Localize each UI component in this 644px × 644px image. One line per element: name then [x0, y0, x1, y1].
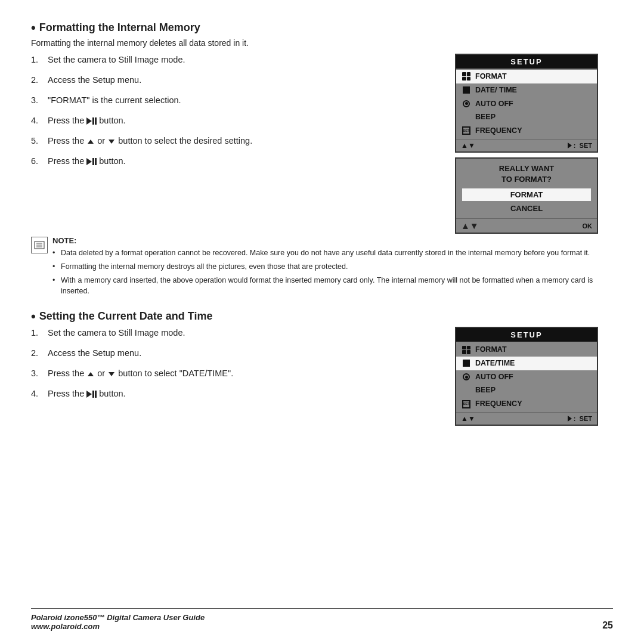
set-tri-icon-2	[568, 416, 572, 422]
confirm-format-option[interactable]: FORMAT	[462, 188, 591, 201]
note-icon	[31, 237, 48, 253]
up-arrow-icon-1	[88, 140, 94, 144]
lcd-footer-2: ▲▼ : SET	[456, 412, 597, 425]
note-bullets: Data deleted by a format operation canno…	[52, 247, 613, 297]
down-arrow-icon-2	[109, 372, 114, 376]
note-bullet-1: Data deleted by a format operation canno…	[52, 247, 613, 259]
note-label: NOTE:	[52, 236, 613, 245]
footer-page-num: 25	[602, 620, 613, 631]
confirm-panel: REALLY WANT TO FORMAT? FORMAT CANCEL ▲▼ …	[455, 157, 598, 234]
lcd-row-beep-1[interactable]: BEEP	[456, 110, 597, 124]
step-1-6: 6. Press the button.	[31, 155, 449, 168]
setup-icon: SET	[462, 126, 470, 135]
section-datetime: • Setting the Current Date and Time 1. S…	[31, 310, 613, 426]
av-icon-2: ▲▼	[461, 414, 475, 423]
grid-icon-2	[462, 346, 470, 354]
step-2-4: 4. Press the button.	[31, 388, 449, 400]
step-1-5: 5. Press the or button to select the des…	[31, 135, 449, 147]
setup-icon-2: SET	[462, 400, 470, 408]
set-label-1: : SET	[568, 142, 592, 149]
confirm-footer: ▲▼ OK	[456, 218, 597, 233]
section1-heading: • Formatting the Internal Memory	[31, 21, 613, 35]
note-content: NOTE: Data deleted by a format operation…	[52, 236, 613, 299]
set-tri-icon-1	[568, 143, 572, 148]
lcd-panel-2: SETUP FORMAT	[455, 327, 598, 426]
step-1-3: 3. "FORMAT" is the current selection.	[31, 94, 449, 107]
up-arrow-icon-2	[88, 372, 94, 376]
lcd-header-1: SETUP	[456, 55, 597, 69]
lcd-row-format-2[interactable]: FORMAT	[456, 343, 597, 357]
confirm-body: REALLY WANT TO FORMAT? FORMAT CANCEL	[456, 159, 597, 218]
page: • Formatting the Internal Memory Formatt…	[0, 0, 644, 644]
step-1-1: 1. Set the camera to Still Image mode.	[31, 54, 449, 66]
lcd-footer-1: ▲▼ : SET	[456, 139, 597, 151]
lcd-row-autooff-1[interactable]: AUTO OFF	[456, 97, 597, 111]
page-footer: Polaroid izone550™ Digital Camera User G…	[31, 608, 613, 631]
lcd-body-1: FORMAT DATE/ TIME	[456, 69, 597, 139]
circle-icon-2	[463, 373, 470, 380]
lcd-panels-col: SETUP FORMAT	[455, 54, 613, 234]
section1-intro: Formatting the internal memory deletes a…	[31, 38, 613, 48]
note-bullet-2: Formatting the internal memory destroys …	[52, 261, 613, 273]
circle-icon	[463, 100, 470, 107]
note-lines-icon	[34, 241, 45, 249]
lcd-row-datetime-2[interactable]: DATE/TIME	[456, 357, 597, 370]
confirm-cancel-option[interactable]: CANCEL	[462, 202, 591, 215]
square-icon-2	[463, 360, 470, 367]
confirm-question: REALLY WANT TO FORMAT?	[462, 163, 591, 185]
section2-steps: 1. Set the camera to Still Image mode. 2…	[31, 327, 449, 408]
lcd-row-frequency-2[interactable]: SET FREQUENCY	[456, 397, 597, 411]
lcd-icon-datetime-2	[460, 360, 473, 367]
note-bullet-3: With a memory card inserted, the above o…	[52, 275, 613, 298]
square-icon	[463, 86, 470, 94]
lcd-icon-autooff-2	[460, 373, 473, 380]
step-2-1: 1. Set the camera to Still Image mode.	[31, 327, 449, 339]
lcd-icon-format-2	[460, 346, 473, 354]
note-box-1: NOTE: Data deleted by a format operation…	[31, 236, 613, 299]
lcd-icon-datetime-1	[460, 86, 473, 94]
lcd-icon-autooff-1	[460, 100, 473, 107]
lcd-row-frequency-1[interactable]: SET FREQUENCY	[456, 124, 597, 138]
lcd-header-2: SETUP	[456, 328, 597, 342]
lcd-panel-1: SETUP FORMAT	[455, 54, 598, 153]
play-pause-icon-3	[86, 391, 97, 398]
play-pause-icon-1	[86, 117, 97, 125]
av-icon-1: ▲▼	[461, 141, 475, 150]
step-1-2: 2. Access the Setup menu.	[31, 74, 449, 86]
section2-heading: • Setting the Current Date and Time	[31, 310, 613, 323]
lcd-icon-format-1	[460, 72, 473, 80]
lcd-icon-frequency-1: SET	[460, 126, 473, 135]
lcd-row-datetime-1[interactable]: DATE/ TIME	[456, 83, 597, 97]
confirm-ok-label[interactable]: OK	[583, 222, 593, 230]
set-label-2: : SET	[568, 415, 592, 422]
footer-brand: Polaroid izone550™ Digital Camera User G…	[31, 613, 205, 631]
lcd-row-autooff-2[interactable]: AUTO OFF	[456, 370, 597, 384]
play-pause-icon-2	[86, 158, 97, 165]
section-format: • Formatting the Internal Memory Formatt…	[31, 21, 613, 299]
lcd-body-2: FORMAT DATE/TIME	[456, 342, 597, 412]
section1-layout: 1. Set the camera to Still Image mode. 2…	[31, 54, 613, 234]
lcd-icon-frequency-2: SET	[460, 400, 473, 408]
down-arrow-icon-1	[109, 140, 114, 144]
confirm-av-icon: ▲▼	[461, 221, 479, 231]
section2-layout: 1. Set the camera to Still Image mode. 2…	[31, 327, 613, 426]
section1-steps: 1. Set the camera to Still Image mode. 2…	[31, 54, 449, 175]
lcd-row-beep-2[interactable]: BEEP	[456, 383, 597, 397]
step-2-2: 2. Access the Setup menu.	[31, 347, 449, 360]
step-1-4: 4. Press the button.	[31, 114, 449, 127]
grid-icon	[462, 72, 470, 80]
lcd-row-format-1[interactable]: FORMAT	[456, 70, 597, 83]
lcd-panel2-col: SETUP FORMAT	[455, 327, 613, 426]
step-2-3: 3. Press the or button to select "DATE/T…	[31, 367, 449, 380]
